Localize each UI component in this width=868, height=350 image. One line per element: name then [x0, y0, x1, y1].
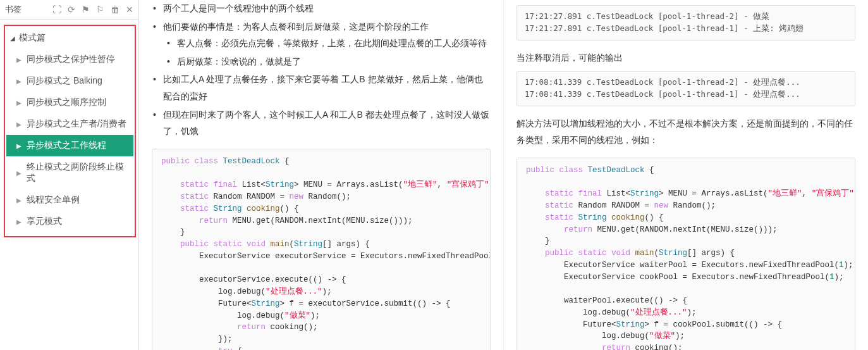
item-label: 同步模式之顺序控制: [27, 97, 106, 108]
sidebar-item-worker[interactable]: ▶异步模式之工作线程: [6, 135, 133, 156]
sidebar-item-singleton[interactable]: ▶线程安全单例: [6, 189, 133, 211]
list-item: 后厨做菜：没啥说的，做就是了: [166, 53, 491, 70]
item-label: 终止模式之两阶段终止模式: [27, 161, 130, 184]
sidebar-item-balking[interactable]: ▶同步模式之 Balking: [6, 70, 133, 92]
left-column: 两个工人是同一个线程池中的两个线程 他们要做的事情是：为客人点餐和到后厨做菜，这…: [139, 0, 504, 350]
tag-icon[interactable]: ⚐: [96, 4, 104, 15]
triangle-down-icon: ◢: [10, 35, 15, 42]
sidebar-item-guarded[interactable]: ▶同步模式之保护性暂停: [6, 49, 133, 70]
item-label: 异步模式之生产者/消费者: [27, 118, 126, 130]
list-item: 比如工人A 处理了点餐任务，接下来它要等着 工人B 把菜做好，然后上菜，他俩也配…: [152, 71, 491, 104]
list-item: 客人点餐：必须先点完餐，等菜做好，上菜，在此期间处理点餐的工人必须等待: [166, 35, 491, 52]
bullet-list: 两个工人是同一个线程池中的两个线程 他们要做的事情是：为客人点餐和到后厨做菜，这…: [152, 0, 491, 140]
sidebar: 书签 ⛶ ⟳ ⚑ ⚐ 🗑 ✕ ◢ 模式篇 ▶同步模式之保护性暂停 ▶同步模式之 …: [0, 0, 139, 350]
list-item: 两个工人是同一个线程池中的两个线程: [152, 0, 491, 17]
highlight-box: ◢ 模式篇 ▶同步模式之保护性暂停 ▶同步模式之 Balking ▶同步模式之顺…: [4, 25, 136, 237]
item-label: 线程安全单例: [27, 194, 80, 206]
paragraph: 解决方法可以增加线程池的大小，不过不是根本解决方案，还是前面提到的，不同的任务类…: [517, 115, 855, 149]
triangle-right-icon: ▶: [16, 197, 21, 204]
trash-icon[interactable]: 🗑: [111, 4, 119, 15]
collapse-icon[interactable]: ⟳: [68, 4, 75, 15]
code-block-left: public class TestDeadLock { static final…: [152, 149, 491, 350]
triangle-right-icon: ▶: [16, 170, 21, 177]
log-output-1: 17:21:27.891 c.TestDeadLock [pool-1-thre…: [517, 5, 855, 41]
code-block-right: public class TestDeadLock { static final…: [517, 158, 855, 350]
triangle-right-icon: ▶: [16, 78, 21, 85]
main-content: 两个工人是同一个线程池中的两个线程 他们要做的事情是：为客人点餐和到后厨做菜，这…: [139, 0, 868, 350]
sidebar-content: ◢ 模式篇 ▶同步模式之保护性暂停 ▶同步模式之 Balking ▶同步模式之顺…: [0, 20, 138, 242]
list-item: 他们要做的事情是：为客人点餐和到后厨做菜，这是两个阶段的工作 客人点餐：必须先点…: [152, 18, 491, 70]
close-icon[interactable]: ✕: [126, 4, 133, 15]
section-header[interactable]: ◢ 模式篇: [6, 27, 133, 49]
right-column: 17:21:27.891 c.TestDeadLock [pool-1-thre…: [504, 0, 868, 350]
list-item: 但现在同时来了两个客人，这个时候工人A 和工人B 都去处理点餐了，这时没人做饭了…: [152, 106, 491, 140]
sidebar-title: 书签: [5, 4, 21, 15]
item-label: 异步模式之工作线程: [27, 140, 106, 151]
sidebar-toolbar: ⛶ ⟳ ⚑ ⚐ 🗑 ✕: [52, 4, 133, 15]
triangle-right-icon: ▶: [16, 99, 21, 106]
paragraph: 当注释取消后，可能的输出: [517, 49, 855, 66]
sidebar-item-producer[interactable]: ▶异步模式之生产者/消费者: [6, 113, 133, 135]
log-output-2: 17:08:41.339 c.TestDeadLock [pool-1-thre…: [517, 71, 855, 106]
triangle-right-icon: ▶: [16, 56, 21, 63]
sidebar-item-order[interactable]: ▶同步模式之顺序控制: [6, 92, 133, 113]
sidebar-item-flyweight[interactable]: ▶享元模式: [6, 211, 133, 232]
item-label: 同步模式之保护性暂停: [27, 54, 115, 65]
triangle-right-icon: ▶: [16, 218, 21, 225]
sub-list: 客人点餐：必须先点完餐，等菜做好，上菜，在此期间处理点餐的工人必须等待 后厨做菜…: [166, 35, 491, 70]
triangle-right-icon: ▶: [16, 142, 21, 149]
list-text: 他们要做的事情是：为客人点餐和到后厨做菜，这是两个阶段的工作: [163, 22, 429, 32]
section-label: 模式篇: [19, 32, 46, 44]
item-label: 同步模式之 Balking: [27, 75, 102, 87]
triangle-right-icon: ▶: [16, 121, 21, 128]
sidebar-item-twophase[interactable]: ▶终止模式之两阶段终止模式: [6, 156, 133, 189]
expand-all-icon[interactable]: ⛶: [52, 4, 61, 15]
sidebar-header: 书签 ⛶ ⟳ ⚑ ⚐ 🗑 ✕: [0, 0, 138, 20]
bookmark-icon[interactable]: ⚑: [82, 4, 90, 15]
item-label: 享元模式: [27, 216, 62, 227]
